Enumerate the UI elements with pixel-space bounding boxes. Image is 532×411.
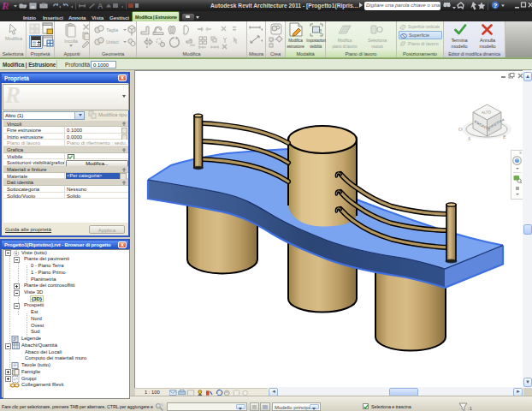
svg-text:E: E	[502, 134, 506, 140]
svg-text:S: S	[468, 136, 470, 141]
svg-text:A: A	[98, 2, 103, 9]
svg-text:ALTO: ALTO	[482, 110, 492, 115]
svg-text:R: R	[1, 0, 9, 11]
svg-text::1: :1	[468, 406, 473, 411]
svg-text:O: O	[458, 127, 463, 132]
svg-text:?: ?	[494, 2, 498, 9]
